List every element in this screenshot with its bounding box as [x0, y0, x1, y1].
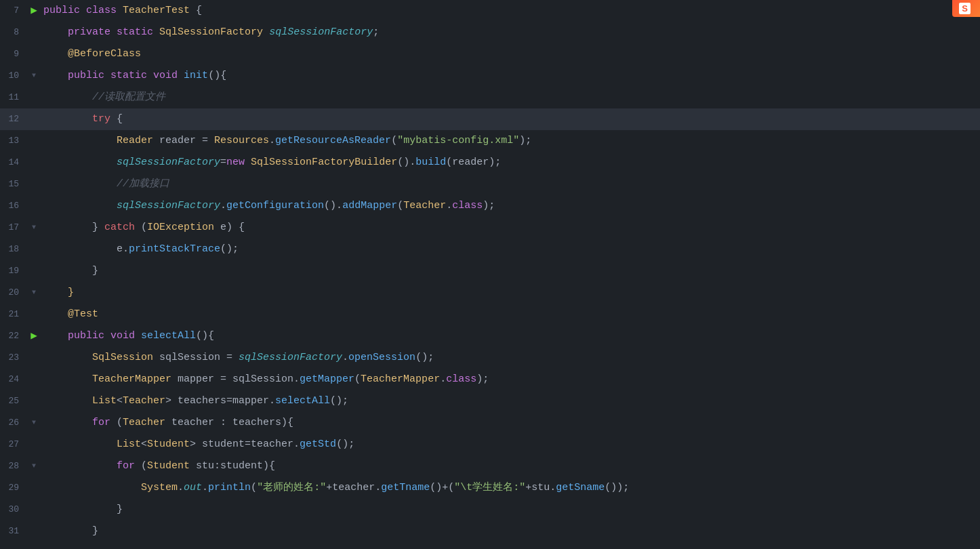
- gutter-22: ▶: [27, 325, 41, 347]
- code-content-13: Reader reader = Resources.getResourceAsR…: [41, 130, 980, 152]
- token-kw: class: [452, 200, 483, 211]
- token-italic-var: sqlSessionFactory: [269, 26, 373, 38]
- line-number-7: 7: [0, 0, 27, 22]
- token-plain: );: [519, 135, 531, 146]
- line-number-26: 26: [0, 412, 27, 434]
- token-cls: TeacherMapper: [92, 373, 171, 385]
- token-plain: e.: [117, 243, 129, 255]
- fold-icon: ▼: [32, 455, 36, 477]
- token-comment: //读取配置文件: [92, 92, 165, 103]
- token-cls: List: [92, 395, 117, 407]
- code-line-16: 16 sqlSessionFactory.getConfiguration().…: [0, 195, 980, 217]
- code-content-27: List<Student> student=teacher.getStd();: [41, 434, 980, 455]
- gutter-7: ▶: [27, 0, 41, 22]
- code-line-10: 10▼ public static void init(){: [0, 65, 980, 87]
- token-fn: init: [184, 70, 208, 81]
- token-plain: (: [397, 200, 403, 211]
- token-plain: [117, 5, 123, 16]
- token-plain: [110, 26, 117, 38]
- line-number-25: 25: [0, 390, 27, 412]
- token-fn: selectAll: [141, 330, 196, 342]
- token-cls: System: [141, 482, 178, 493]
- fold-icon: ▼: [32, 65, 36, 87]
- token-plain: (){: [208, 70, 226, 81]
- token-plain: [153, 26, 159, 38]
- token-italic-var: sqlSessionFactory: [239, 352, 342, 363]
- token-italic-var: sqlSessionFactory: [117, 157, 220, 168]
- token-plain: (: [135, 222, 147, 233]
- line-number-24: 24: [0, 369, 27, 390]
- token-cls: }: [68, 287, 74, 298]
- code-line-24: 24 TeacherMapper mapper = sqlSession.get…: [0, 369, 980, 390]
- token-plain: ();: [415, 352, 434, 363]
- token-str: "老师的姓名:": [257, 482, 326, 493]
- gutter-20: ▼: [27, 282, 41, 304]
- code-line-7: 7▶public class TeacherTest {: [0, 0, 980, 22]
- token-kw: class: [446, 373, 476, 385]
- token-annotation: @Test: [68, 308, 98, 320]
- token-plain: +teacher.: [326, 482, 381, 493]
- code-line-9: 9 @BeforeClass: [0, 43, 980, 65]
- code-content-14: sqlSessionFactory=new SqlSessionFactoryB…: [41, 152, 980, 174]
- token-plain: (: [391, 135, 397, 146]
- code-line-26: 26▼ for (Teacher teacher : teachers){: [0, 412, 980, 434]
- code-line-31: 31 }: [0, 521, 980, 542]
- debug-arrow-icon: ▶: [30, 0, 37, 22]
- token-plain: .: [440, 373, 446, 385]
- token-plain: ()+(: [430, 482, 454, 493]
- token-fn: getConfiguration: [226, 200, 324, 211]
- token-italic-var: sqlSessionFactory: [117, 200, 220, 211]
- code-content-19: }: [41, 260, 980, 282]
- code-content-11: //读取配置文件: [41, 87, 980, 108]
- token-plain: [263, 26, 269, 38]
- token-kw: new: [226, 157, 245, 168]
- line-number-17: 17: [0, 217, 27, 239]
- token-plain: }: [92, 265, 98, 277]
- code-line-11: 11 //读取配置文件: [0, 87, 980, 108]
- code-content-25: List<Teacher> teachers=mapper.selectAll(…: [41, 390, 980, 412]
- token-plain: [104, 330, 110, 342]
- token-fn: getTname: [381, 482, 430, 493]
- token-cls: TeacherMapper: [361, 373, 440, 385]
- token-plain: (: [135, 460, 147, 472]
- token-kw: void: [153, 70, 178, 81]
- line-number-9: 9: [0, 43, 27, 65]
- token-plain: ());: [605, 482, 629, 493]
- token-plain: (reader);: [446, 157, 501, 168]
- line-number-22: 22: [0, 325, 27, 347]
- code-line-18: 18 e.printStackTrace();: [0, 239, 980, 260]
- code-content-16: sqlSessionFactory.getConfiguration().add…: [41, 195, 980, 217]
- token-kw: public: [43, 5, 80, 16]
- token-fn: addMapper: [342, 200, 397, 211]
- token-str: "mybatis-config.xml": [397, 135, 519, 146]
- token-plain: reader =: [153, 135, 214, 146]
- token-fn: selectAll: [275, 395, 330, 407]
- code-content-28: for (Student stu:student){: [41, 455, 980, 477]
- line-number-16: 16: [0, 195, 27, 217]
- csdn-s-logo: S: [959, 3, 971, 14]
- token-plain: {: [110, 113, 123, 125]
- token-italic-var: out: [184, 482, 202, 493]
- code-line-19: 19 }: [0, 260, 980, 282]
- token-kw2: try: [92, 113, 110, 125]
- token-cls: Teacher: [123, 395, 165, 407]
- token-plain: (: [251, 482, 257, 493]
- token-kw2: catch: [104, 222, 135, 233]
- gutter-17: ▼: [27, 217, 41, 239]
- code-line-13: 13 Reader reader = Resources.getResource…: [0, 130, 980, 152]
- token-kw: static: [110, 70, 147, 81]
- code-content-24: TeacherMapper mapper = sqlSession.getMap…: [41, 369, 980, 390]
- token-cls: Student: [147, 460, 190, 472]
- token-plain: +stu.: [525, 482, 556, 493]
- code-content-29: System.out.println("老师的姓名:"+teacher.getT…: [41, 477, 980, 499]
- token-plain: ();: [336, 439, 354, 450]
- token-kw: static: [117, 26, 153, 38]
- code-line-20: 20▼ }: [0, 282, 980, 304]
- code-content-17: } catch (IOException e) {: [41, 217, 980, 239]
- code-line-21: 21 @Test: [0, 304, 980, 325]
- token-plain: > teachers=mapper.: [165, 395, 275, 407]
- token-plain: .: [342, 352, 348, 363]
- line-number-19: 19: [0, 260, 27, 282]
- token-plain: .: [202, 482, 208, 493]
- token-plain: ().: [397, 157, 415, 168]
